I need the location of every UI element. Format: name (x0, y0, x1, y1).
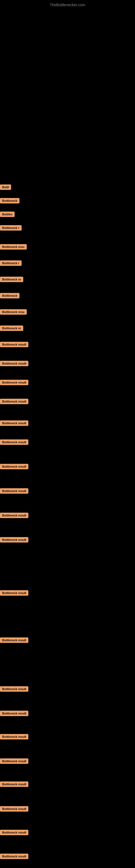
bottleneck-badge-label: Bottleneck result (0, 806, 28, 812)
bottleneck-badge-label: Bottleneck result (0, 439, 28, 445)
bottleneck-badge-9[interactable]: Bottleneck resu (0, 309, 27, 316)
bottleneck-badge-label: Bottleneck (0, 198, 19, 204)
bottleneck-badge-22[interactable]: Bottleneck result (0, 638, 28, 644)
bottleneck-badge-27[interactable]: Bottleneck result (0, 781, 28, 788)
bottleneck-badge-30[interactable]: Bottleneck result (0, 854, 28, 860)
site-title: TheBottlenecker.com (0, 0, 135, 8)
bottleneck-badge-13[interactable]: Bottleneck result (0, 380, 28, 386)
bottleneck-badge-label: Bottleneck result (0, 537, 28, 542)
bottleneck-badge-label: Bottleneck result (0, 734, 28, 739)
bottleneck-badge-label: Bottleneck result (0, 758, 28, 764)
bottleneck-badge-label: Bottleneck result (0, 711, 28, 716)
bottleneck-badge-label: Bottleneck result (0, 464, 28, 469)
bottleneck-badge-1[interactable]: Bottl (0, 184, 11, 191)
bottleneck-badge-label: Bottleneck result (0, 781, 28, 787)
bottleneck-badge-12[interactable]: Bottleneck result (0, 361, 28, 367)
bottleneck-badge-3[interactable]: Bottlen (0, 212, 14, 218)
bottleneck-badge-label: Bottleneck result (0, 488, 28, 494)
bottleneck-badge-label: Bottleneck result (0, 361, 28, 366)
bottleneck-badge-24[interactable]: Bottleneck result (0, 711, 28, 717)
bottleneck-badge-17[interactable]: Bottleneck result (0, 464, 28, 470)
bottleneck-badge-label: Bottleneck r (0, 225, 21, 230)
bottleneck-badge-7[interactable]: Bottleneck re (0, 277, 23, 283)
bottleneck-badge-19[interactable]: Bottleneck result (0, 513, 28, 519)
bottleneck-badge-23[interactable]: Bottleneck result (0, 686, 28, 693)
bottleneck-badge-15[interactable]: Bottleneck result (0, 421, 28, 427)
bottleneck-badge-4[interactable]: Bottleneck r (0, 225, 21, 231)
bottleneck-badge-28[interactable]: Bottleneck result (0, 806, 28, 813)
bottleneck-badge-2[interactable]: Bottleneck (0, 198, 19, 205)
bottleneck-badge-label: Bottleneck result (0, 830, 28, 835)
bottleneck-badge-label: Bottleneck (0, 293, 19, 299)
bottleneck-badge-label: Bottleneck re (0, 326, 23, 331)
bottleneck-badge-label: Bottleneck result (0, 513, 28, 518)
bottleneck-badge-label: Bottleneck r (0, 260, 21, 266)
bottleneck-badge-16[interactable]: Bottleneck result (0, 439, 28, 446)
bottleneck-badge-29[interactable]: Bottleneck result (0, 830, 28, 836)
bottleneck-badge-20[interactable]: Bottleneck result (0, 537, 28, 544)
bottleneck-badge-label: Bottleneck result (0, 421, 28, 426)
bottleneck-badge-5[interactable]: Bottleneck resu (0, 244, 27, 251)
bottleneck-badge-label: Bottleneck re (0, 277, 23, 282)
bottleneck-badge-8[interactable]: Bottleneck (0, 293, 19, 300)
bottleneck-badge-label: Bottleneck result (0, 380, 28, 385)
bottleneck-badge-6[interactable]: Bottleneck r (0, 260, 21, 267)
bottleneck-badge-label: Bottl (0, 184, 11, 190)
bottleneck-badge-14[interactable]: Bottleneck result (0, 399, 28, 405)
bottleneck-badge-label: Bottleneck result (0, 638, 28, 643)
bottleneck-badge-label: Bottleneck result (0, 854, 28, 859)
bottleneck-badge-25[interactable]: Bottleneck result (0, 734, 28, 741)
bottleneck-badge-10[interactable]: Bottleneck re (0, 326, 23, 332)
bottleneck-badge-21[interactable]: Bottleneck result (0, 590, 28, 597)
bottleneck-badge-18[interactable]: Bottleneck result (0, 488, 28, 495)
bottleneck-badge-label: Bottleneck result (0, 342, 28, 347)
bottleneck-badge-label: Bottleneck resu (0, 309, 27, 315)
bottleneck-badge-label: Bottleneck result (0, 590, 28, 596)
bottleneck-badge-label: Bottlen (0, 212, 14, 217)
bottleneck-badge-label: Bottleneck resu (0, 244, 27, 250)
bottleneck-badge-label: Bottleneck result (0, 686, 28, 692)
bottleneck-badge-11[interactable]: Bottleneck result (0, 342, 28, 348)
bottleneck-badge-26[interactable]: Bottleneck result (0, 758, 28, 765)
bottleneck-badge-label: Bottleneck result (0, 399, 28, 404)
